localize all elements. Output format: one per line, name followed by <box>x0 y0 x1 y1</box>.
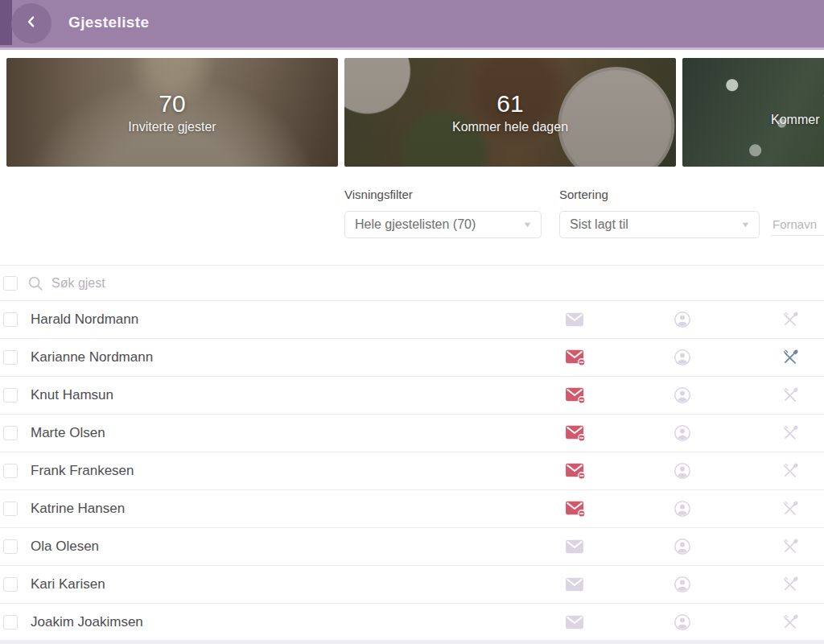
mail-declined-icon[interactable] <box>565 500 586 518</box>
guest-profile-icon[interactable] <box>674 386 691 404</box>
search-icon <box>27 275 44 295</box>
mail-icon[interactable] <box>565 576 584 592</box>
mail-declined-icon[interactable] <box>565 349 586 366</box>
guest-row[interactable]: Marte Olsen <box>0 415 824 452</box>
stat-card-invited[interactable]: 70 Inviterte gjester <box>6 58 338 167</box>
guest-profile-icon[interactable] <box>674 538 691 555</box>
guest-profile-icon[interactable] <box>674 500 691 518</box>
mail-icon[interactable] <box>565 312 584 328</box>
stat-label: Kommer hele dagen <box>452 120 568 134</box>
meal-choice-icon[interactable] <box>781 576 799 593</box>
guest-profile-icon[interactable] <box>674 576 691 593</box>
guest-checkbox[interactable] <box>3 350 18 365</box>
guest-name: Katrine Hansen <box>31 501 125 517</box>
mail-icon[interactable] <box>565 614 584 630</box>
meal-choice-icon[interactable] <box>781 500 799 518</box>
guest-checkbox[interactable] <box>3 388 18 402</box>
guest-name: Ola Olesen <box>31 539 99 555</box>
guest-name: Joakim Joakimsen <box>31 614 143 630</box>
page-title: Gjesteliste <box>68 14 150 31</box>
guest-profile-icon[interactable] <box>674 311 691 328</box>
first-name-input[interactable] <box>771 213 824 236</box>
meal-choice-icon[interactable] <box>781 613 799 631</box>
mail-declined-icon[interactable] <box>565 424 586 442</box>
sort-label: Sortering <box>559 188 608 201</box>
guest-profile-icon[interactable] <box>674 424 691 442</box>
view-filter-label: Visningsfilter <box>344 188 413 201</box>
guest-profile-icon[interactable] <box>674 613 691 631</box>
guest-name: Harald Nordmann <box>31 312 138 328</box>
view-filter-select[interactable]: Hele gjestelisten (70) ▼ <box>344 211 542 238</box>
guest-name: Knut Hamsun <box>31 387 113 403</box>
meal-choice-icon[interactable] <box>781 462 799 480</box>
guest-profile-icon[interactable] <box>674 349 691 366</box>
guest-name: Frank Frankesen <box>31 463 134 479</box>
select-all-checkbox[interactable] <box>3 276 18 291</box>
guest-row[interactable]: Harald Nordmann <box>0 301 824 339</box>
guest-checkbox[interactable] <box>3 577 18 592</box>
guest-list: Søk gjest Harald NordmannKarianne Nordma… <box>0 265 824 642</box>
view-filter-value: Hele gjestelisten (70) <box>355 217 476 232</box>
guest-name: Karianne Nordmann <box>31 349 153 365</box>
stats-carousel: 70 Inviterte gjester 61 Kommer hele dage… <box>0 58 824 167</box>
stat-label: Kommer <box>771 113 819 127</box>
chevron-left-icon <box>23 14 39 33</box>
mail-icon[interactable] <box>565 539 584 555</box>
meal-choice-icon[interactable] <box>781 349 799 366</box>
sort-select[interactable]: Sist lagt til ▼ <box>559 211 760 238</box>
meal-choice-icon[interactable] <box>781 424 799 442</box>
guest-row[interactable]: Karianne Nordmann <box>0 339 824 377</box>
search-input[interactable]: Søk gjest <box>52 276 105 291</box>
stat-card-partial[interactable]: Kommer <box>682 58 824 167</box>
guest-row[interactable]: Katrine Hansen <box>0 490 824 528</box>
mail-declined-icon[interactable] <box>565 462 586 480</box>
corner-accent <box>0 0 12 45</box>
guest-rows: Harald NordmannKarianne NordmannKnut Ham… <box>0 301 824 642</box>
search-row: Søk gjest <box>0 265 824 301</box>
guest-row[interactable]: Joakim Joakimsen <box>0 604 824 642</box>
stat-value: 70 <box>159 90 185 118</box>
caret-down-icon: ▼ <box>522 221 532 229</box>
stat-card-full-day[interactable]: 61 Kommer hele dagen <box>344 58 676 167</box>
guest-profile-icon[interactable] <box>674 462 691 480</box>
bottom-strip <box>0 640 824 644</box>
guest-row[interactable]: Knut Hamsun <box>0 377 824 415</box>
caret-down-icon: ▼ <box>740 221 750 229</box>
guest-checkbox[interactable] <box>3 464 18 478</box>
guest-name: Kari Karisen <box>31 576 105 592</box>
guest-checkbox[interactable] <box>3 502 18 516</box>
meal-choice-icon[interactable] <box>781 538 799 555</box>
sort-value: Sist lagt til <box>570 217 628 232</box>
guest-row[interactable]: Kari Karisen <box>0 566 824 604</box>
meal-choice-icon[interactable] <box>781 311 799 328</box>
app-header: Gjesteliste <box>0 0 824 50</box>
guest-name: Marte Olsen <box>31 425 105 441</box>
guest-row[interactable]: Ola Olesen <box>0 528 824 566</box>
guest-checkbox[interactable] <box>3 312 18 327</box>
guest-row[interactable]: Frank Frankesen <box>0 452 824 490</box>
guest-checkbox[interactable] <box>3 426 18 440</box>
guest-checkbox[interactable] <box>3 615 18 630</box>
stat-value: 61 <box>496 90 523 118</box>
guest-checkbox[interactable] <box>3 539 18 554</box>
mail-declined-icon[interactable] <box>565 386 586 404</box>
back-button[interactable] <box>11 3 52 43</box>
meal-choice-icon[interactable] <box>781 386 799 404</box>
stat-label: Inviterte gjester <box>128 120 216 134</box>
